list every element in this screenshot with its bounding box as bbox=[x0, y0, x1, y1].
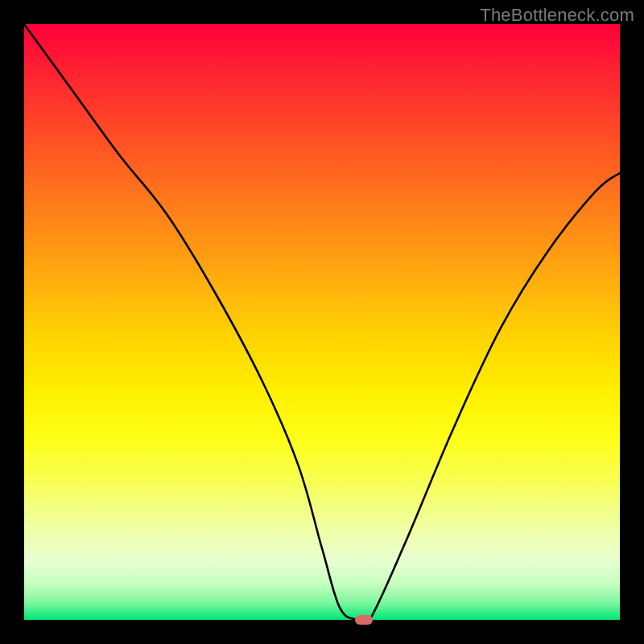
bottleneck-curve bbox=[24, 24, 620, 620]
optimal-marker bbox=[355, 615, 373, 625]
watermark-text: TheBottleneck.com bbox=[480, 5, 634, 26]
plot-area bbox=[24, 24, 620, 620]
chart-frame: TheBottleneck.com bbox=[0, 0, 644, 644]
